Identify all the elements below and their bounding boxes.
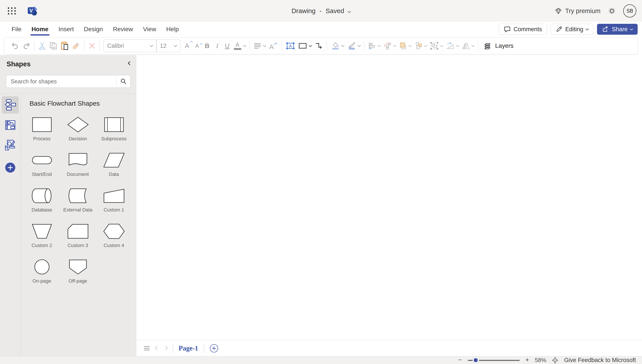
page-bar-divider xyxy=(173,344,173,353)
shape-item-offpage[interactable]: Off-page xyxy=(61,256,96,291)
visio-logo-icon[interactable]: V xyxy=(27,5,38,16)
rotate-button[interactable] xyxy=(444,40,460,52)
shape-item-data[interactable]: Data xyxy=(97,149,132,184)
subprocess-shape-glyph xyxy=(103,113,125,136)
insert-shape-button[interactable] xyxy=(297,40,313,52)
share-button[interactable]: Share xyxy=(597,24,638,35)
offpage-shape-glyph xyxy=(67,256,89,278)
shape-item-custom3[interactable]: Custom 3 xyxy=(61,220,96,256)
document-title-group[interactable]: Drawing - Saved xyxy=(292,0,350,22)
shrink-font-button[interactable]: A xyxy=(192,40,202,52)
zoom-in-button[interactable]: + xyxy=(525,356,529,363)
fit-to-window-button[interactable] xyxy=(552,357,558,364)
shape-item-startend[interactable]: Start/End xyxy=(25,149,59,184)
menu-tabs: FileHomeInsertDesignReviewViewHelp xyxy=(7,22,184,37)
paste-button[interactable] xyxy=(59,40,70,52)
save-status-chevron-icon[interactable] xyxy=(348,10,351,13)
line-color-button[interactable] xyxy=(345,40,362,52)
shape-item-decision[interactable]: Decision xyxy=(61,113,96,149)
zoom-slider-thumb[interactable] xyxy=(472,357,479,364)
zoom-slider[interactable] xyxy=(468,357,520,364)
font-size-chevron-icon xyxy=(174,44,177,47)
copy-button[interactable] xyxy=(48,40,59,52)
shape-item-custom4[interactable]: Custom 4 xyxy=(97,220,132,256)
insert-textbox-button[interactable]: A xyxy=(284,40,297,52)
shape-item-custom2[interactable]: Custom 2 xyxy=(25,220,59,256)
menu-tab-label: Help xyxy=(166,26,179,33)
comments-button[interactable]: Comments xyxy=(499,24,547,35)
svg-text:A: A xyxy=(269,43,273,50)
font-color-chevron-icon xyxy=(243,44,246,47)
add-stencil-button[interactable] xyxy=(5,162,15,172)
search-button[interactable] xyxy=(117,75,130,88)
layers-button[interactable]: Layers xyxy=(480,40,517,52)
delete-button[interactable] xyxy=(87,40,97,52)
format-painter-button[interactable] xyxy=(70,40,82,52)
font-color-button[interactable]: A xyxy=(232,40,247,52)
page-list-button[interactable] xyxy=(144,346,150,351)
flip-button[interactable] xyxy=(460,40,476,52)
fill-color-button[interactable] xyxy=(329,40,345,52)
menu-tab-help[interactable]: Help xyxy=(161,22,184,37)
previous-page-button[interactable] xyxy=(156,347,159,350)
italic-button[interactable]: I xyxy=(212,40,222,52)
app-launcher-waffle-icon[interactable] xyxy=(6,5,18,16)
underline-button[interactable]: U xyxy=(222,40,232,52)
shape-item-database[interactable]: Database xyxy=(25,184,59,220)
menu-tab-view[interactable]: View xyxy=(138,22,161,37)
cut-button[interactable] xyxy=(37,40,48,52)
bring-forward-button[interactable] xyxy=(397,40,413,52)
shapes-panel-body: Basic Flowchart Shapes ProcessDecisionSu… xyxy=(0,94,136,356)
text-direction-button[interactable]: A xyxy=(267,40,280,52)
stencil-drawing-tools[interactable] xyxy=(2,136,19,154)
shape-item-subprocess[interactable]: Subprocess xyxy=(97,113,132,149)
external-shape-glyph xyxy=(67,184,89,207)
menu-tab-design[interactable]: Design xyxy=(79,22,108,37)
align-text-button[interactable] xyxy=(252,40,267,52)
group-button[interactable] xyxy=(428,40,444,52)
connector-button[interactable] xyxy=(313,40,324,52)
redo-button[interactable] xyxy=(21,40,32,52)
shape-item-external[interactable]: External Data xyxy=(61,184,96,220)
shape-item-onpage[interactable]: On-page xyxy=(25,256,59,291)
position-button[interactable] xyxy=(382,40,397,52)
send-backward-button[interactable] xyxy=(413,40,428,52)
undo-button[interactable] xyxy=(10,40,21,52)
title-separator: - xyxy=(319,7,322,14)
grow-font-button[interactable]: A xyxy=(182,40,192,52)
add-page-button[interactable] xyxy=(210,344,218,352)
toolbar-separator xyxy=(250,41,250,51)
shape-item-document[interactable]: Document xyxy=(61,149,96,184)
drawing-canvas[interactable] xyxy=(137,55,642,340)
menu-tab-label: View xyxy=(143,26,156,33)
feedback-link[interactable]: Give Feedback to Microsoft xyxy=(564,357,636,364)
font-name-select[interactable]: Calibri xyxy=(104,40,156,52)
next-page-button[interactable] xyxy=(164,347,167,350)
waffle-icon xyxy=(7,6,17,16)
menu-tab-file[interactable]: File xyxy=(7,22,27,37)
shape-label: Document xyxy=(67,172,89,177)
menu-tab-insert[interactable]: Insert xyxy=(54,22,79,37)
menu-tab-home[interactable]: Home xyxy=(27,22,54,37)
bold-button[interactable]: B xyxy=(202,40,212,52)
zoom-out-button[interactable]: − xyxy=(458,356,462,363)
menu-tab-review[interactable]: Review xyxy=(108,22,138,37)
toolbar-separator xyxy=(84,41,85,51)
collapse-panel-button[interactable] xyxy=(128,62,131,66)
account-avatar[interactable]: SB xyxy=(623,4,636,18)
try-premium-button[interactable]: Try premium xyxy=(555,7,600,14)
zoom-level[interactable]: 58% xyxy=(535,357,546,364)
editing-mode-button[interactable]: Editing xyxy=(551,24,593,35)
align-objects-button[interactable] xyxy=(366,40,382,52)
stencil-basic-flowchart[interactable] xyxy=(2,96,19,114)
shape-item-custom1[interactable]: Custom 1 xyxy=(97,184,132,220)
toolbar-band: Calibri 12 A A B I U A xyxy=(0,37,642,55)
shape-item-process[interactable]: Process xyxy=(25,113,59,149)
stencil-cross-functional[interactable] xyxy=(2,116,19,134)
page-tab[interactable]: Page-1 xyxy=(179,344,198,352)
settings-button[interactable] xyxy=(608,7,616,15)
menu-tab-label: Insert xyxy=(59,26,74,33)
shape-search-input[interactable] xyxy=(6,78,116,85)
data-shape-glyph xyxy=(103,149,125,172)
font-size-select[interactable]: 12 xyxy=(157,40,180,52)
